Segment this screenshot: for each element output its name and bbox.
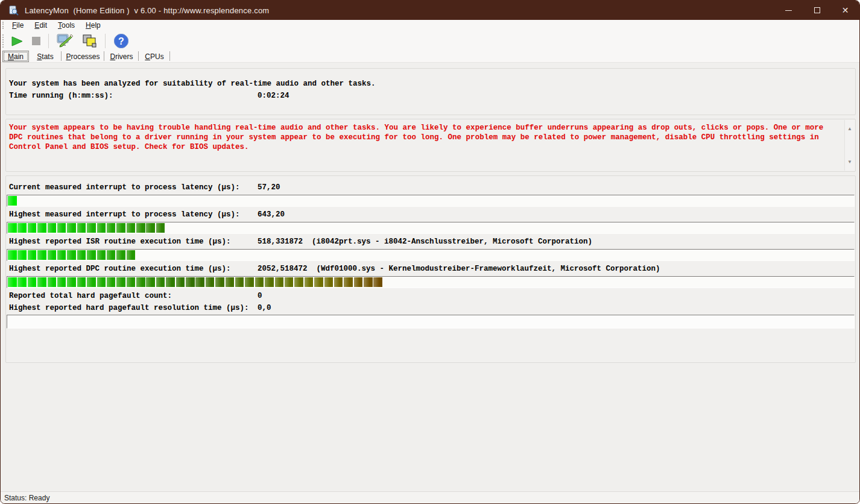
meter-3-bar-segment: [294, 277, 303, 287]
meter-0-bar: [7, 195, 855, 207]
pagefault-1-row: Highest reported hard pagefault resoluti…: [9, 304, 852, 313]
meter-3-bar-segment: [195, 277, 204, 287]
meter-1-bar-segment: [146, 223, 155, 233]
meter-1-bar-segment: [28, 223, 37, 233]
menu-item-edit[interactable]: Edit: [29, 20, 52, 30]
options-button[interactable]: [54, 33, 76, 49]
meter-3-bar-segment: [116, 277, 125, 287]
warning-text: Your system appears to be having trouble…: [9, 123, 836, 152]
meter-1-bar-segment: [67, 223, 76, 233]
menu-item-help[interactable]: Help: [80, 20, 106, 30]
tab-stats[interactable]: Stats: [29, 51, 62, 62]
maximize-button[interactable]: [803, 1, 831, 20]
main-panel: Your system has been analyzed for suitab…: [1, 63, 859, 493]
meter-3-driver-detail: (Wdf01000.sys - Kernelmodustreiber-Frame…: [317, 265, 660, 273]
status-bar: Status: Ready: [1, 491, 859, 503]
menu-item-tools[interactable]: Tools: [52, 20, 80, 30]
meter-3-bar-segment: [334, 277, 343, 287]
meter-3-value: 2052,518472: [258, 265, 308, 273]
meter-1-bar-segment: [107, 223, 116, 233]
app-icon: [8, 5, 19, 16]
minimize-icon: [785, 10, 792, 11]
tab-drivers[interactable]: Drivers: [104, 51, 139, 62]
menu-bar: FileEditToolsHelp: [1, 20, 859, 31]
meter-3-bar-segment: [156, 277, 165, 287]
meter-2-row: Highest reported ISR routine execution t…: [9, 238, 852, 247]
meter-3-bar-segment: [37, 277, 46, 287]
meter-3-bar-segment: [215, 277, 224, 287]
warning-scrollbar[interactable]: ▲ ▼: [844, 120, 855, 171]
meter-2-bar-segment: [17, 250, 27, 260]
minimize-button[interactable]: [774, 1, 803, 20]
analysis-summary-text: Your system has been analyzed for suitab…: [9, 80, 376, 88]
help-button[interactable]: ?: [111, 33, 131, 49]
tab-bar: MainStatsProcessesDriversCPUs: [1, 51, 859, 63]
copy-report-button[interactable]: [80, 33, 100, 49]
meter-1-bar-segment: [127, 223, 136, 233]
meter-3-bar-segment: [255, 277, 264, 287]
meter-1-bar-segment: [156, 223, 165, 233]
toolbar: ?: [1, 31, 859, 51]
meter-1-bar-segment: [17, 223, 27, 233]
meter-2-bar-segment: [77, 250, 86, 260]
latencymon-window: LatencyMon (Home Edition ) v 6.00 - http…: [0, 0, 860, 504]
meter-3-bar-segment: [127, 277, 136, 287]
menu-item-file[interactable]: File: [7, 20, 29, 30]
meter-3-bar-segment: [136, 277, 145, 287]
meter-3-bar-segment: [314, 277, 323, 287]
meter-3-bar-segment: [354, 277, 363, 287]
status-text: Status: Ready: [4, 494, 49, 502]
toolbar-separator: [105, 34, 106, 48]
meter-1-bar-segment: [37, 223, 46, 233]
meter-3-bar-segment: [17, 277, 27, 287]
meter-1-bar-segment: [57, 223, 66, 233]
meter-2-bar: [7, 249, 855, 261]
meter-2-value: 518,331872: [258, 238, 303, 246]
meter-3-bar-segment: [186, 277, 195, 287]
menubar-grip: [2, 22, 4, 29]
meter-3-bar-segment: [275, 277, 284, 287]
pagefault-1-label: Highest reported hard pagefault resoluti…: [9, 304, 249, 312]
layers-icon: [82, 34, 97, 49]
meter-3-bar-segment: [265, 277, 274, 287]
meter-3-bar-segment: [67, 277, 76, 287]
tab-main[interactable]: Main: [2, 51, 29, 62]
meter-3-bar-segment: [364, 277, 373, 287]
meter-1-value: 643,20: [258, 210, 285, 219]
toolbar-separator: [48, 34, 49, 48]
meter-3-bar-segment: [226, 277, 235, 287]
meter-2-label: Highest reported ISR routine execution t…: [9, 238, 231, 246]
latency-meters-groupbox: Current measured interrupt to process la…: [5, 175, 856, 363]
start-monitor-button[interactable]: [8, 33, 26, 49]
warning-groupbox: Your system appears to be having trouble…: [5, 119, 856, 172]
scroll-up-icon[interactable]: ▲: [845, 124, 855, 134]
meter-3-bar-segment: [8, 277, 17, 287]
meter-3-bar-segment: [176, 277, 185, 287]
meter-3-label: Highest reported DPC routine execution t…: [9, 265, 231, 273]
tab-cpus[interactable]: CPUs: [139, 51, 170, 62]
meter-3-bar-segment: [373, 277, 382, 287]
close-button[interactable]: ✕: [831, 1, 859, 20]
toolbar-grip: [2, 34, 4, 48]
monitor-wrench-icon: [57, 33, 74, 49]
pagefault-0-label: Reported total hard pagefault count:: [9, 292, 172, 300]
meter-3-bar-segment: [305, 277, 314, 287]
meter-2-bar-segment: [28, 250, 37, 260]
scroll-down-icon[interactable]: ▼: [845, 157, 855, 167]
meter-3-bar-segment: [48, 277, 57, 287]
tab-processes[interactable]: Processes: [62, 51, 104, 62]
meter-1-bar-segment: [87, 223, 96, 233]
meter-3-bar-segment: [206, 277, 215, 287]
stop-monitor-button[interactable]: [30, 33, 43, 49]
pagefault-0-value: 0: [258, 292, 262, 300]
meter-2-bar-segment: [57, 250, 66, 260]
meter-2-bar-segment: [127, 250, 136, 260]
play-icon: [11, 36, 24, 46]
meter-3-bar-segment: [344, 277, 353, 287]
meter-1-bar-segment: [77, 223, 86, 233]
meter-1-bar: [7, 222, 855, 234]
meter-3-bar-segment: [245, 277, 254, 287]
meter-2-bar-segment: [97, 250, 106, 260]
meter-3-bar-segment: [146, 277, 155, 287]
meter-1-bar-segment: [136, 223, 145, 233]
